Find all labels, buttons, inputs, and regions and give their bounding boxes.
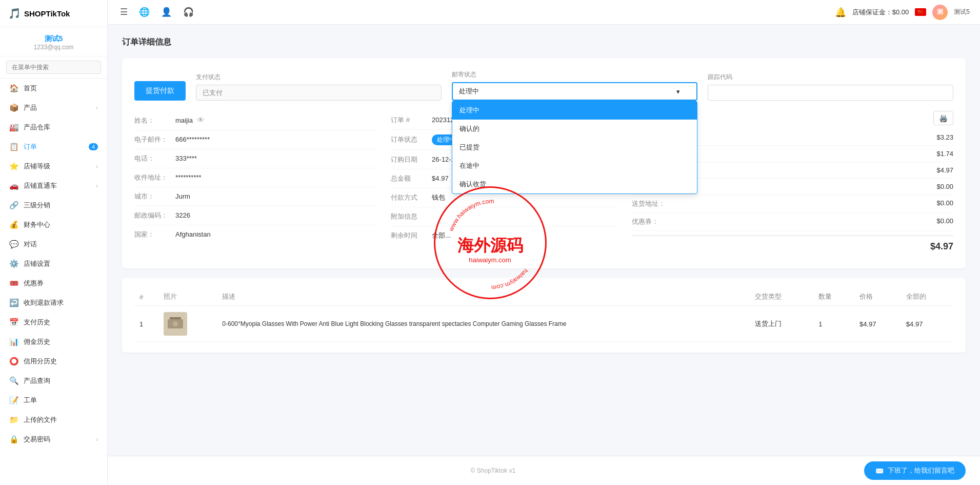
sidebar-item-product-query[interactable]: 🔍 产品查询	[0, 371, 107, 391]
info-row-remaining: 剩余时间 全部...	[391, 226, 616, 245]
nav-label-product-query: 产品查询	[24, 376, 98, 385]
orders-icon: 📋	[9, 142, 18, 151]
eye-icon[interactable]: 👁	[197, 115, 205, 124]
home-icon: 🏠	[9, 84, 18, 93]
bell-icon[interactable]: 🔔	[835, 7, 846, 18]
phone-value: 333****	[175, 154, 197, 162]
flag-icon: 🇨🇳	[915, 8, 926, 16]
logo-icon: 🎵	[8, 7, 21, 20]
nav-label-workorder: 工单	[24, 396, 98, 405]
svg-point-3	[173, 321, 178, 326]
shipping-label: 送货地址：	[632, 199, 665, 208]
store-guarantee: 店铺保证金：$0.00	[852, 8, 909, 17]
submit-payment-button[interactable]: 提货付款	[134, 81, 186, 101]
sidebar-email: 1233@qq.com	[4, 44, 103, 51]
shipping-dropdown-trigger[interactable]: 处理中 ▾	[452, 82, 697, 101]
email-label: 电子邮件：	[134, 135, 175, 144]
menu-icon[interactable]: ☰	[118, 5, 130, 20]
zip-label: 邮政编码：	[134, 211, 175, 220]
total-val-1: $3.23	[936, 133, 953, 141]
logo-text: SHOPTikTok	[24, 9, 70, 18]
sidebar-item-orders[interactable]: 📋 订单 4	[0, 137, 107, 157]
files-icon: 📁	[9, 415, 18, 424]
dropdown-item-processing[interactable]: 处理中	[452, 101, 697, 120]
sidebar-item-trade-password[interactable]: 🔒 交易密码 ›	[0, 430, 107, 449]
sidebar-username: 测试5	[4, 34, 103, 44]
sidebar-item-shop-ads[interactable]: 🚗 店铺直通车 ›	[0, 176, 107, 196]
extra-info-label: 附加信息	[391, 212, 432, 221]
coupons-icon: 🎟️	[9, 279, 18, 288]
zip-value: 3226	[175, 211, 190, 219]
total-row-shipping: 送货地址： $0.00	[632, 195, 953, 213]
dropdown-item-received[interactable]: 确认收货	[452, 175, 697, 193]
payment-status-label: 支付状态	[196, 73, 442, 82]
sidebar-item-shop-rank[interactable]: ⭐ 店铺等级 ›	[0, 157, 107, 176]
product-delivery-type: 送货上门	[750, 306, 814, 342]
sidebar-item-products[interactable]: 📦 产品 ›	[0, 98, 107, 118]
sidebar-user: 测试5 1233@qq.com	[0, 27, 107, 56]
warehouse-icon: 🏭	[9, 123, 18, 132]
sidebar-item-workorder[interactable]: 📝 工单	[0, 391, 107, 410]
payment-status-input[interactable]	[196, 85, 442, 101]
address-label: 收件地址：	[134, 173, 175, 182]
total-val-2: $1.74	[936, 150, 953, 158]
nav-label-refunds: 收到退款请求	[24, 298, 98, 307]
remaining-value: 全部...	[432, 231, 451, 240]
shipping-dropdown-container: 处理中 ▾ 处理中 确认的 已提货 在途中 确认收货	[452, 82, 697, 101]
sidebar-item-coupons[interactable]: 🎟️ 优惠券	[0, 274, 107, 293]
nav-label-credit: 信用分历史	[24, 357, 98, 366]
orders-badge: 4	[89, 143, 98, 150]
page-content: 订单详细信息 提货付款 支付状态 邮寄状态 处理中 ▾	[108, 25, 980, 456]
headset-icon[interactable]: 🎧	[181, 5, 196, 20]
search-input[interactable]	[6, 61, 101, 74]
sidebar-item-refunds[interactable]: ↩️ 收到退款请求	[0, 293, 107, 313]
shop-rank-icon: ⭐	[9, 162, 18, 171]
payment-method-label: 付款方式	[391, 193, 432, 202]
name-label: 姓名：	[134, 116, 175, 125]
col-num: #	[134, 288, 158, 306]
info-row-city: 城市： Jurm	[134, 187, 375, 206]
dropdown-item-shipped[interactable]: 已提货	[452, 138, 697, 157]
chat-icon: 💬	[9, 240, 18, 249]
globe-icon[interactable]: 🌐	[137, 5, 152, 20]
payment-method-value: 钱包	[432, 193, 445, 202]
refunds-icon: ↩️	[9, 298, 18, 307]
nav-label-distribution: 三级分销	[24, 201, 98, 210]
sidebar-item-home[interactable]: 🏠 首页	[0, 79, 107, 98]
col-desc: 描述	[217, 288, 749, 306]
total-val-3: $4.97	[936, 166, 953, 174]
info-row-phone: 电话： 333****	[134, 149, 375, 168]
info-row-email: 电子邮件： 666*********	[134, 130, 375, 149]
sidebar-item-distribution[interactable]: 🔗 三级分销	[0, 196, 107, 215]
svg-rect-2	[170, 317, 181, 319]
info-row-country: 国家： Afghanistan	[134, 225, 375, 244]
sidebar-item-shop-settings[interactable]: ⚙️ 店铺设置	[0, 254, 107, 274]
sidebar-item-payment-history[interactable]: 📅 支付历史	[0, 313, 107, 332]
print-button[interactable]: 🖨️	[933, 111, 953, 125]
dropdown-item-transit[interactable]: 在途中	[452, 157, 697, 175]
nav-label-home: 首页	[24, 84, 98, 93]
coupon-label: 优惠券：	[632, 217, 658, 226]
sidebar-item-files[interactable]: 📁 上传的文件	[0, 410, 107, 430]
footer-copyright: © ShopTiktok v1	[471, 467, 516, 474]
sidebar-item-warehouse[interactable]: 🏭 产品仓库	[0, 118, 107, 137]
sidebar-item-chat[interactable]: 💬 对话	[0, 235, 107, 254]
chevron-right-icon-3: ›	[96, 183, 98, 189]
sidebar-item-credit[interactable]: ⭕ 信用分历史	[0, 352, 107, 371]
info-row-name: 姓名： maijia 👁	[134, 111, 375, 130]
dropdown-item-confirmed[interactable]: 确认的	[452, 120, 697, 138]
name-value: maijia	[175, 117, 193, 124]
shop-settings-icon: ⚙️	[9, 259, 18, 268]
user-icon[interactable]: 👤	[159, 5, 174, 20]
chevron-right-icon-2: ›	[96, 163, 98, 169]
chevron-right-icon: ›	[96, 105, 98, 111]
country-label: 国家：	[134, 230, 175, 239]
sidebar-item-commission[interactable]: 📊 佣金历史	[0, 332, 107, 352]
shipping-status-value: 处理中	[459, 87, 479, 96]
commission-icon: 📊	[9, 337, 18, 346]
chat-button[interactable]: ✉️ 下班了，给我们留言吧	[864, 461, 966, 480]
country-value: Afghanistan	[175, 230, 211, 238]
sidebar-item-finance[interactable]: 💰 财务中心	[0, 215, 107, 235]
tracking-code-input[interactable]	[708, 85, 953, 101]
avatar: 测	[932, 5, 948, 20]
